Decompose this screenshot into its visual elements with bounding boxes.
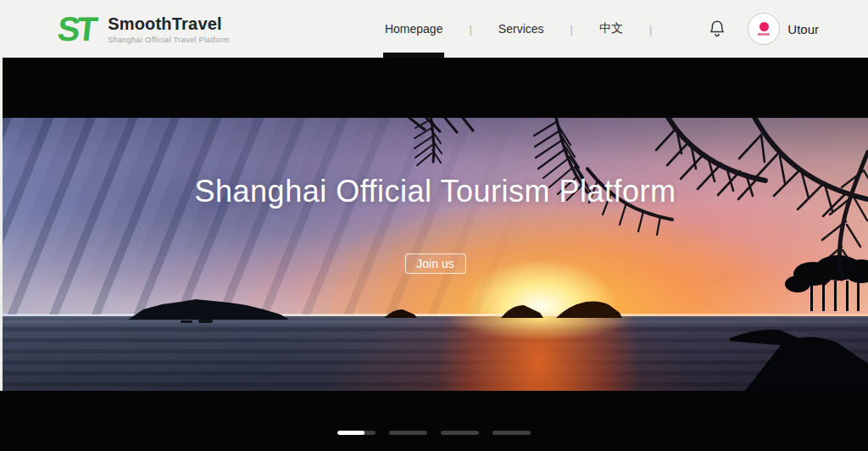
logo-text: SmoothTravel Shanghai Official Travel Pl…	[108, 14, 230, 44]
main-nav: Homepage | Services | 中文 | U	[385, 0, 819, 58]
nav-label-language: 中文	[599, 21, 623, 36]
nav-separator: |	[469, 23, 471, 36]
logo[interactable]: ST SmoothTravel Shanghai Official Travel…	[58, 12, 230, 46]
hero-title: Shanghai Official Tourism Platform	[3, 174, 868, 209]
carousel-indicators	[0, 431, 868, 435]
carousel-indicator-2[interactable]	[389, 431, 427, 435]
nav-item-services[interactable]: Services	[498, 0, 544, 58]
carousel-indicator-3[interactable]	[441, 431, 479, 435]
nav-label-homepage: Homepage	[385, 22, 443, 36]
brand-name: SmoothTravel	[108, 14, 230, 34]
header: ST SmoothTravel Shanghai Official Travel…	[0, 0, 868, 58]
avatar-logo-text	[758, 33, 770, 36]
username[interactable]: Utour	[787, 22, 819, 36]
hero-image: Shanghai Official Tourism Platform Join …	[3, 118, 868, 391]
avatar[interactable]	[748, 13, 780, 45]
nav-label-services: Services	[498, 22, 544, 36]
notification-bell-icon[interactable]	[709, 19, 726, 38]
nav-item-homepage[interactable]: Homepage	[385, 0, 443, 58]
active-tab-indicator	[383, 53, 445, 58]
join-us-button[interactable]: Join us	[404, 253, 465, 274]
page: ST SmoothTravel Shanghai Official Travel…	[0, 0, 868, 451]
nav-separator: |	[570, 23, 573, 36]
nav-item-language[interactable]: 中文	[599, 0, 623, 58]
carousel-indicator-1[interactable]	[337, 431, 376, 435]
nav-separator: |	[649, 23, 652, 36]
brand-tagline: Shanghai Official Travel Platform	[108, 36, 230, 44]
carousel-indicator-4[interactable]	[492, 431, 531, 435]
carousel-progress	[337, 431, 364, 435]
avatar-logo-dot	[760, 22, 769, 31]
hero-section: Shanghai Official Tourism Platform Join …	[0, 58, 868, 451]
logo-mark-icon: ST	[56, 12, 101, 46]
